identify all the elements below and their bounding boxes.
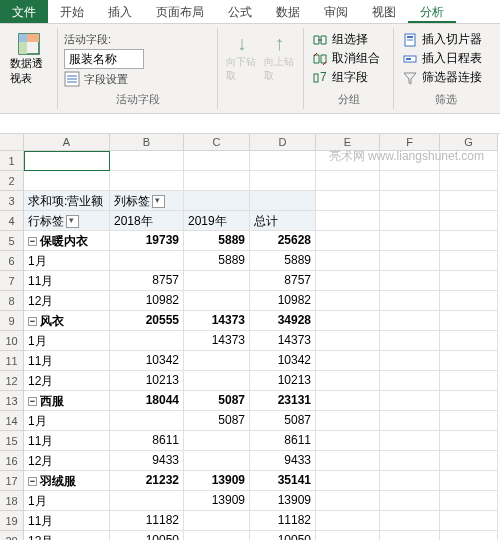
collapse-icon[interactable]: − xyxy=(28,477,37,486)
collapse-icon[interactable]: − xyxy=(28,237,37,246)
cell[interactable]: 2018年 xyxy=(110,211,184,231)
row-header[interactable]: 4 xyxy=(0,211,24,231)
formula-bar[interactable] xyxy=(0,114,500,134)
spreadsheet-grid[interactable]: ABCDEFG123求和项:营业额列标签4行标签2018年2019年总计5−保暖… xyxy=(0,134,500,540)
cell[interactable]: 8757 xyxy=(110,271,184,291)
row-header[interactable]: 7 xyxy=(0,271,24,291)
cell[interactable] xyxy=(380,451,440,471)
cell[interactable] xyxy=(440,371,498,391)
cell[interactable]: 12月 xyxy=(24,531,110,540)
cell[interactable] xyxy=(184,531,250,540)
cell[interactable]: −西服 xyxy=(24,391,110,411)
cell[interactable]: 10342 xyxy=(250,351,316,371)
cell[interactable] xyxy=(380,391,440,411)
cell[interactable] xyxy=(250,151,316,171)
cell[interactable]: 14373 xyxy=(250,331,316,351)
cell[interactable]: 12月 xyxy=(24,371,110,391)
cell[interactable] xyxy=(440,391,498,411)
cell[interactable]: 11月 xyxy=(24,271,110,291)
collapse-icon[interactable]: − xyxy=(28,317,37,326)
cell[interactable]: 14373 xyxy=(184,331,250,351)
cell[interactable]: 21232 xyxy=(110,471,184,491)
insert-slicer-button[interactable]: 插入切片器 xyxy=(400,30,492,49)
cell[interactable]: 11月 xyxy=(24,511,110,531)
cell[interactable]: 18044 xyxy=(110,391,184,411)
cell[interactable]: 5087 xyxy=(184,411,250,431)
dropdown-icon[interactable] xyxy=(66,215,79,228)
cell[interactable] xyxy=(184,171,250,191)
cell[interactable] xyxy=(440,211,498,231)
cell[interactable]: 25628 xyxy=(250,231,316,251)
cell[interactable]: 10982 xyxy=(110,291,184,311)
cell[interactable]: 20555 xyxy=(110,311,184,331)
cell[interactable]: 11182 xyxy=(110,511,184,531)
cell[interactable]: 14373 xyxy=(184,311,250,331)
cell[interactable]: 10050 xyxy=(250,531,316,540)
cell[interactable]: 10213 xyxy=(250,371,316,391)
cell[interactable] xyxy=(316,191,380,211)
row-header[interactable]: 18 xyxy=(0,491,24,511)
row-header[interactable]: 13 xyxy=(0,391,24,411)
row-header[interactable]: 19 xyxy=(0,511,24,531)
cell[interactable]: 34928 xyxy=(250,311,316,331)
row-header[interactable]: 3 xyxy=(0,191,24,211)
row-header[interactable]: 17 xyxy=(0,471,24,491)
tab-插入[interactable]: 插入 xyxy=(96,0,144,23)
row-header[interactable]: 12 xyxy=(0,371,24,391)
cell[interactable] xyxy=(440,451,498,471)
cell[interactable] xyxy=(250,191,316,211)
row-header[interactable]: 15 xyxy=(0,431,24,451)
cell[interactable] xyxy=(440,491,498,511)
pivot-table-button[interactable]: 数据透视表 xyxy=(6,30,51,88)
col-header[interactable]: G xyxy=(440,134,498,151)
cell[interactable] xyxy=(316,511,380,531)
col-header[interactable]: A xyxy=(24,134,110,151)
col-header[interactable]: E xyxy=(316,134,380,151)
cell[interactable] xyxy=(440,311,498,331)
cell[interactable] xyxy=(440,191,498,211)
cell[interactable] xyxy=(380,311,440,331)
cell[interactable] xyxy=(316,351,380,371)
cell[interactable] xyxy=(184,351,250,371)
cell[interactable]: 10342 xyxy=(110,351,184,371)
cell[interactable]: 1月 xyxy=(24,491,110,511)
cell[interactable]: 5889 xyxy=(184,231,250,251)
cell[interactable] xyxy=(380,491,440,511)
cell[interactable]: 11月 xyxy=(24,431,110,451)
cell[interactable] xyxy=(316,151,380,171)
tab-公式[interactable]: 公式 xyxy=(216,0,264,23)
cell[interactable] xyxy=(316,371,380,391)
row-header[interactable]: 10 xyxy=(0,331,24,351)
cell[interactable]: 23131 xyxy=(250,391,316,411)
cell[interactable] xyxy=(184,451,250,471)
cell[interactable]: 5889 xyxy=(184,251,250,271)
row-header[interactable]: 5 xyxy=(0,231,24,251)
row-header[interactable]: 20 xyxy=(0,531,24,540)
cell[interactable] xyxy=(440,231,498,251)
cell[interactable] xyxy=(440,411,498,431)
tab-页面布局[interactable]: 页面布局 xyxy=(144,0,216,23)
tab-分析[interactable]: 分析 xyxy=(408,0,456,23)
cell[interactable] xyxy=(110,251,184,271)
cell[interactable]: 8611 xyxy=(250,431,316,451)
cell[interactable]: 列标签 xyxy=(110,191,184,211)
cell[interactable]: 5087 xyxy=(184,391,250,411)
cell[interactable] xyxy=(380,211,440,231)
col-header[interactable]: F xyxy=(380,134,440,151)
cell[interactable] xyxy=(380,431,440,451)
cell[interactable]: 9433 xyxy=(250,451,316,471)
cell[interactable]: 5889 xyxy=(250,251,316,271)
cell[interactable] xyxy=(110,491,184,511)
cell[interactable] xyxy=(184,431,250,451)
row-header[interactable]: 8 xyxy=(0,291,24,311)
cell[interactable]: 1月 xyxy=(24,331,110,351)
col-header[interactable]: C xyxy=(184,134,250,151)
cell[interactable]: 11182 xyxy=(250,511,316,531)
cell[interactable] xyxy=(440,271,498,291)
group-field-button[interactable]: 7组字段 xyxy=(310,68,387,87)
cell[interactable]: 5087 xyxy=(250,411,316,431)
row-header[interactable]: 6 xyxy=(0,251,24,271)
cell[interactable]: −风衣 xyxy=(24,311,110,331)
cell[interactable] xyxy=(380,471,440,491)
tab-数据[interactable]: 数据 xyxy=(264,0,312,23)
